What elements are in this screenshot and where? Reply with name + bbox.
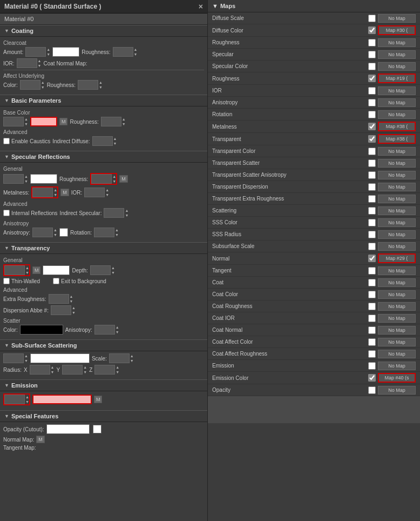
- map-button[interactable]: No Map: [378, 326, 416, 335]
- emission-color-box[interactable]: [32, 395, 92, 404]
- map-checkbox[interactable]: [368, 123, 376, 130]
- specular-roughness-spinner[interactable]: 0,5 ▲▼: [90, 173, 117, 185]
- map-button[interactable]: Map #30 (: [378, 25, 416, 35]
- map-checkbox[interactable]: [368, 75, 376, 82]
- map-checkbox[interactable]: [368, 326, 376, 334]
- map-button[interactable]: No Map: [378, 386, 416, 395]
- specular-metalness-spinner[interactable]: 0,5 ▲▼: [31, 186, 58, 198]
- amount-spinner[interactable]: 0,0 ▲▼: [25, 47, 50, 57]
- sss-scale-spinner[interactable]: 1,0 ▲▼: [109, 353, 134, 363]
- map-button[interactable]: No Map: [378, 314, 416, 323]
- map-checkbox[interactable]: [368, 243, 376, 250]
- map-button[interactable]: Map #38 (: [378, 134, 416, 144]
- rotation-input[interactable]: 0,0: [94, 228, 114, 237]
- affect-roughness-spinner[interactable]: 0,0 ▲▼: [78, 80, 103, 90]
- section-sss[interactable]: ▼ Sub-Surface Scattering: [0, 339, 207, 351]
- map-button[interactable]: No Map: [378, 110, 416, 119]
- opacity-color-box[interactable]: [46, 424, 90, 434]
- sss-spinner[interactable]: 0,0 ▲▼: [3, 353, 28, 363]
- map-button[interactable]: No Map: [378, 171, 416, 179]
- map-checkbox[interactable]: [368, 87, 376, 95]
- map-checkbox[interactable]: [368, 207, 376, 215]
- map-button[interactable]: No Map: [378, 183, 416, 191]
- rotation-spinner[interactable]: 0,0 ▲▼: [94, 228, 119, 237]
- map-button[interactable]: No Map: [378, 218, 416, 227]
- map-checkbox[interactable]: [368, 171, 376, 179]
- thin-walled-checkbox[interactable]: [3, 278, 10, 284]
- enable-caustics-checkbox[interactable]: [3, 138, 10, 144]
- sss-color-box[interactable]: [30, 353, 90, 363]
- map-button[interactable]: No Map: [378, 242, 416, 251]
- section-coating[interactable]: ▼ Coating: [0, 25, 207, 37]
- dispersion-input[interactable]: 0,0: [51, 305, 71, 315]
- base-color-box[interactable]: [30, 117, 57, 126]
- affect-color-spinner[interactable]: 0,0 ▲▼: [20, 80, 45, 90]
- affect-color-input[interactable]: 0,0: [20, 80, 40, 90]
- specular-ior-input[interactable]: 1,52: [84, 188, 105, 197]
- map-checkbox[interactable]: [368, 15, 376, 22]
- map-checkbox[interactable]: [368, 148, 376, 155]
- base-roughness-spinner[interactable]: 0,0 ▲▼: [101, 117, 126, 126]
- map-checkbox[interactable]: [368, 219, 376, 226]
- sss-x-input[interactable]: 1,0: [30, 365, 50, 375]
- roughness-spinner[interactable]: 0,1 ▲▼: [113, 47, 138, 57]
- specular-metalness-input[interactable]: 0,5: [32, 188, 53, 197]
- map-checkbox[interactable]: [368, 231, 376, 238]
- map-button[interactable]: No Map: [378, 290, 416, 299]
- map-button[interactable]: No Map: [378, 302, 416, 311]
- exit-bg-wrap[interactable]: Exit to Background: [53, 278, 106, 284]
- section-basic[interactable]: ▼ Basic Parameters: [0, 95, 207, 106]
- map-checkbox[interactable]: [368, 350, 376, 358]
- map-checkbox[interactable]: [368, 99, 376, 106]
- scatter-anisotropy-spinner[interactable]: 0,0 ▲▼: [94, 325, 119, 335]
- map-checkbox[interactable]: [368, 51, 376, 58]
- section-special[interactable]: ▼ Special Features: [0, 410, 207, 422]
- map-button[interactable]: Map #40 (s: [378, 373, 416, 383]
- map-button[interactable]: Map #29 (: [378, 253, 416, 263]
- map-checkbox[interactable]: [368, 26, 376, 34]
- amount-input[interactable]: 0,0: [25, 47, 46, 57]
- map-checkbox[interactable]: [368, 374, 376, 382]
- base-color-input[interactable]: 0,8: [3, 117, 24, 126]
- map-checkbox[interactable]: [368, 195, 376, 203]
- internal-reflections-wrap[interactable]: Internal Reflections: [3, 210, 58, 216]
- map-button[interactable]: No Map: [378, 14, 416, 23]
- map-button[interactable]: No Map: [378, 206, 416, 215]
- map-button[interactable]: No Map: [378, 86, 416, 95]
- sss-y-input[interactable]: 1,0: [62, 365, 83, 375]
- map-button[interactable]: No Map: [378, 278, 416, 287]
- anisotropy-input[interactable]: 0,0: [32, 228, 53, 237]
- extra-roughness-input[interactable]: 0,0: [49, 294, 69, 304]
- map-checkbox[interactable]: [368, 315, 376, 322]
- sss-input[interactable]: 0,0: [3, 353, 24, 363]
- map-button[interactable]: No Map: [378, 266, 416, 275]
- transparency-color-box[interactable]: [43, 265, 70, 275]
- indirect-diffuse-spinner[interactable]: 1,0 ▲▼: [92, 136, 117, 146]
- map-button[interactable]: No Map: [378, 147, 416, 156]
- transparency-spinner[interactable]: 0,0 ▲▼: [3, 264, 30, 276]
- emission-input[interactable]: 0,0: [4, 395, 25, 404]
- depth-spinner[interactable]: 1,0 ▲▼: [90, 265, 115, 275]
- sss-x-spinner[interactable]: 1,0 ▲▼: [30, 365, 55, 375]
- sss-y-spinner[interactable]: 1,0 ▲▼: [62, 365, 87, 375]
- map-checkbox[interactable]: [368, 279, 376, 286]
- depth-input[interactable]: 1,0: [90, 265, 111, 275]
- transparency-input[interactable]: 0,0: [4, 265, 25, 275]
- sss-scale-input[interactable]: 1,0: [109, 353, 130, 363]
- sss-z-input[interactable]: 1,0: [94, 365, 115, 375]
- section-transparency[interactable]: ▼ Transparency: [0, 242, 207, 254]
- scatter-color-box[interactable]: [20, 325, 63, 335]
- base-color-spinner[interactable]: 0,8 ▲▼: [3, 117, 28, 126]
- map-checkbox[interactable]: [368, 111, 376, 118]
- internal-reflections-checkbox[interactable]: [3, 210, 10, 216]
- map-button[interactable]: No Map: [378, 38, 416, 47]
- indirect-diffuse-input[interactable]: 1,0: [92, 136, 113, 146]
- ior-input[interactable]: 1,5: [17, 58, 37, 68]
- sss-z-spinner[interactable]: 1,0 ▲▼: [94, 365, 119, 375]
- specular-color-box[interactable]: [30, 174, 57, 184]
- opacity-small-box[interactable]: [93, 425, 101, 433]
- map-checkbox[interactable]: [368, 303, 376, 310]
- specular-val-input[interactable]: 1,0: [3, 174, 24, 184]
- clearcoat-color-box[interactable]: [52, 47, 79, 57]
- map-checkbox[interactable]: [368, 63, 376, 70]
